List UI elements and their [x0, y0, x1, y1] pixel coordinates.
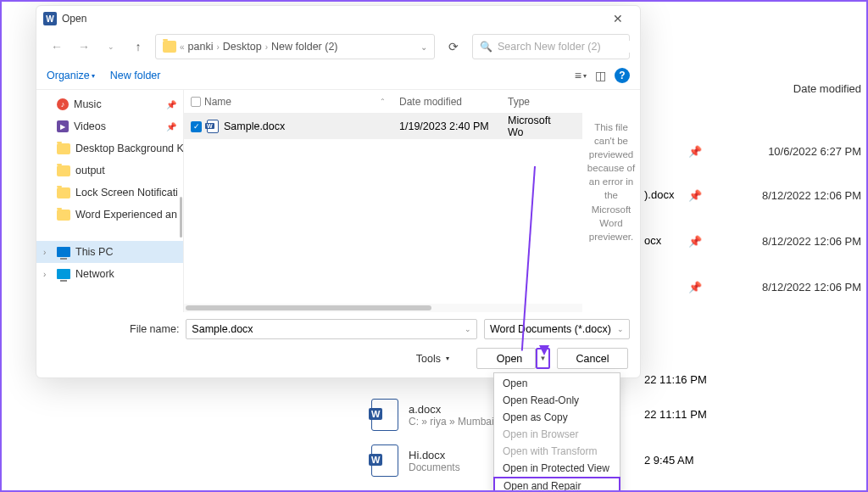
- sidebar-item-folder[interactable]: Desktop Background K: [36, 137, 183, 159]
- sidebar-item-folder[interactable]: Lock Screen Notificati: [36, 182, 183, 204]
- open-button[interactable]: Open: [476, 348, 536, 369]
- horizontal-scrollbar[interactable]: [184, 304, 582, 312]
- view-list-button[interactable]: ≡ ▾: [575, 69, 587, 82]
- column-type[interactable]: Type: [501, 96, 569, 108]
- file-checkbox[interactable]: ✓: [191, 121, 202, 132]
- bg-time: 2 9:45 AM: [644, 454, 694, 467]
- folder-icon: [163, 41, 176, 53]
- music-icon: ♪: [57, 98, 69, 110]
- folder-icon: [57, 187, 70, 198]
- search-icon: 🔍: [480, 41, 492, 53]
- back-button[interactable]: ←: [47, 36, 67, 57]
- refresh-button[interactable]: ⟳: [442, 40, 465, 53]
- new-folder-button[interactable]: New folder: [110, 70, 161, 81]
- bg-file-name: Hi.docx: [409, 449, 460, 461]
- word-doc-icon: [371, 444, 398, 477]
- cancel-button[interactable]: Cancel: [557, 348, 628, 369]
- word-app-icon: W: [43, 12, 57, 25]
- menu-item-open-browser: Open in Browser: [494, 426, 620, 443]
- sidebar-item-this-pc[interactable]: ›This PC: [36, 241, 183, 263]
- chevron-down-icon[interactable]: ⌄: [465, 325, 471, 333]
- tools-menu[interactable]: Tools▾: [416, 353, 449, 365]
- preview-pane: This file can't be previewed because of …: [582, 90, 640, 312]
- search-box[interactable]: 🔍: [472, 34, 630, 59]
- file-type: Microsoft Wo: [501, 115, 569, 138]
- video-icon: ▶: [57, 120, 69, 132]
- breadcrumb[interactable]: « panki › Desktop › New folder (2) ⌄: [155, 34, 435, 59]
- bg-row: 📌 8/12/2022 12:06 PM: [651, 235, 861, 248]
- sidebar-item-folder[interactable]: Word Experienced an: [36, 204, 183, 226]
- sidebar: ♪Music📌 ▶Videos📌 Desktop Background K ou…: [36, 90, 184, 312]
- bg-row: 📌 10/6/2022 6:27 PM: [651, 145, 861, 158]
- menu-item-open-repair[interactable]: Open and Repair: [493, 477, 620, 492]
- column-date[interactable]: Date modified: [392, 96, 501, 108]
- dialog-title: Open: [62, 13, 86, 25]
- navbar: ← → ⌄ ↑ « panki › Desktop › New folder (…: [36, 31, 640, 62]
- folder-icon: [57, 210, 70, 221]
- menu-item-open-readonly[interactable]: Open Read-Only: [494, 392, 620, 409]
- chevron-down-icon[interactable]: ⌄: [617, 325, 624, 333]
- breadcrumb-part[interactable]: Desktop: [223, 41, 262, 53]
- file-date: 1/19/2023 2:40 PM: [392, 120, 501, 132]
- bg-column-header: Date modified: [646, 82, 861, 95]
- bg-file-item[interactable]: a.docx C: » riya » Mumbai » L: [371, 399, 511, 431]
- file-row[interactable]: ✓Sample.docx 1/19/2023 2:40 PM Microsoft…: [184, 114, 582, 139]
- word-doc-icon: [371, 399, 398, 431]
- folder-icon: [57, 165, 70, 176]
- sidebar-item-videos[interactable]: ▶Videos📌: [36, 115, 183, 137]
- bg-file-sub: Documents: [409, 461, 460, 473]
- pc-icon: [57, 247, 70, 257]
- titlebar: W Open ✕: [36, 6, 640, 31]
- sidebar-item-network[interactable]: ›Network: [36, 263, 183, 285]
- chevron-down-icon[interactable]: ⌄: [420, 42, 427, 52]
- sidebar-scrollbar[interactable]: [180, 197, 182, 238]
- dialog-footer: File name: Sample.docx⌄ Word Documents (…: [36, 312, 640, 377]
- menu-item-open-protected[interactable]: Open in Protected View: [494, 460, 620, 477]
- recent-dropdown[interactable]: ⌄: [101, 36, 121, 57]
- select-all-checkbox[interactable]: [191, 97, 201, 107]
- menu-item-open[interactable]: Open: [494, 375, 620, 392]
- column-name[interactable]: Name⌃: [184, 96, 392, 108]
- open-dialog: W Open ✕ ← → ⌄ ↑ « panki › Desktop › New…: [36, 5, 641, 378]
- file-type-filter[interactable]: Word Documents (*.docx)⌄: [484, 319, 630, 339]
- menu-item-open-copy[interactable]: Open as Copy: [494, 409, 620, 426]
- preview-pane-button[interactable]: ◫: [595, 69, 606, 82]
- pin-icon: 📌: [166, 122, 176, 131]
- sidebar-item-folder[interactable]: output: [36, 159, 183, 182]
- menu-item-open-transform: Open with Transform: [494, 443, 620, 460]
- forward-button[interactable]: →: [74, 36, 94, 57]
- search-input[interactable]: [498, 41, 631, 53]
- bg-time: 22 11:16 PM: [644, 373, 707, 386]
- chevron-right-icon: ›: [43, 270, 46, 279]
- breadcrumb-part[interactable]: New folder (2): [271, 41, 338, 53]
- help-button[interactable]: ?: [615, 68, 630, 83]
- chevron-right-icon: ›: [43, 248, 46, 257]
- organize-menu[interactable]: Organize ▾: [47, 70, 95, 81]
- close-button[interactable]: ✕: [603, 7, 633, 31]
- annotation-arrowhead: [539, 345, 549, 355]
- bg-file-item[interactable]: Hi.docx Documents: [371, 444, 460, 477]
- file-list-header: Name⌃ Date modified Type: [184, 90, 582, 114]
- filename-label: File name:: [130, 323, 179, 335]
- filename-input[interactable]: Sample.docx⌄: [186, 319, 477, 339]
- breadcrumb-part[interactable]: panki: [188, 41, 214, 53]
- sidebar-item-music[interactable]: ♪Music📌: [36, 93, 183, 115]
- pin-icon: 📌: [166, 100, 176, 109]
- bg-row: 📌 8/12/2022 12:06 PM: [651, 281, 861, 294]
- bg-row: 📌 8/12/2022 12:06 PM: [651, 189, 861, 202]
- toolbar: Organize ▾ New folder ≡ ▾ ◫ ?: [36, 62, 640, 89]
- folder-icon: [57, 143, 70, 154]
- network-icon: [57, 269, 70, 279]
- sort-indicator-icon: ⌃: [380, 98, 386, 105]
- open-dropdown-menu: Open Open Read-Only Open as Copy Open in…: [493, 372, 620, 492]
- word-doc-icon: [207, 120, 219, 133]
- up-button[interactable]: ↑: [128, 36, 148, 57]
- file-list: Name⌃ Date modified Type ✓Sample.docx 1/…: [184, 90, 582, 312]
- bg-time: 22 11:11 PM: [644, 408, 707, 421]
- file-name: Sample.docx: [224, 120, 285, 132]
